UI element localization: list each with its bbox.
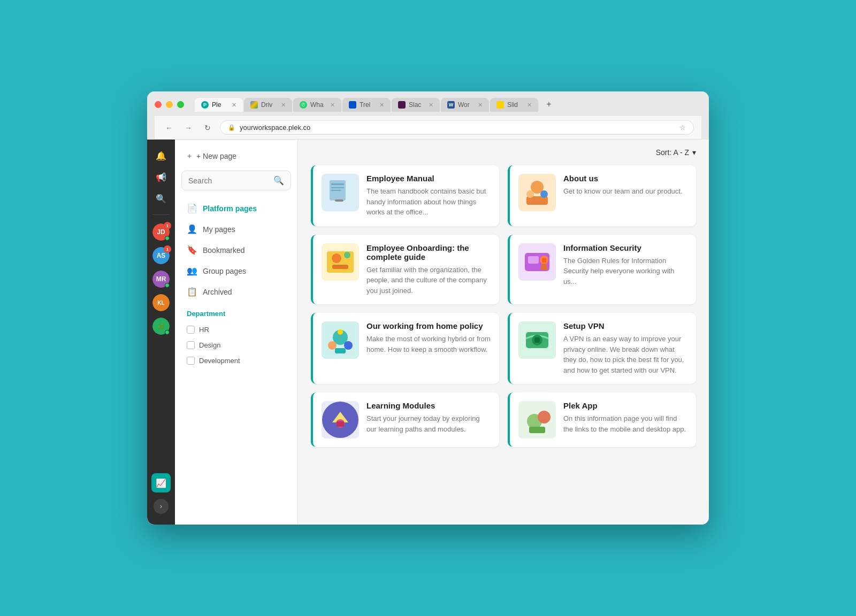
sidebar-icon-announce[interactable]: 📢	[151, 167, 171, 187]
platform-pages-icon: 📄	[187, 203, 197, 213]
card-body: Learning Modules Start your journey toda…	[366, 401, 491, 434]
card-body: About us Get to know our team and our pr…	[563, 174, 687, 197]
tab-label: Ple	[212, 101, 221, 109]
tab-close-icon[interactable]: ✕	[379, 102, 384, 109]
card-thumbnail	[322, 401, 359, 438]
svg-rect-3	[331, 187, 344, 188]
sort-label: Sort: A - Z	[656, 148, 689, 157]
avatar-2[interactable]: AS 1	[152, 247, 170, 264]
tab-slack[interactable]: Slac ✕	[392, 98, 440, 112]
tab-close-icon[interactable]: ✕	[330, 102, 335, 109]
sidebar-collapse-button[interactable]: ›	[154, 499, 169, 514]
tab-close-icon[interactable]: ✕	[527, 102, 532, 109]
tab-close-icon[interactable]: ✕	[232, 102, 236, 109]
avatar-1[interactable]: JD 1	[152, 224, 170, 241]
svg-point-23	[328, 341, 337, 350]
tab-ple[interactable]: P Ple ✕	[195, 98, 243, 112]
nav-item-label: Platform pages	[203, 204, 257, 213]
app-container: 🔔 📢 🔍 JD 1 AS 1 MR	[147, 140, 709, 525]
card-thumbnail	[322, 321, 359, 359]
card-desc: Get familiar with the organization, the …	[366, 265, 491, 296]
avatar-4[interactable]: KL	[152, 294, 170, 311]
card-about-us[interactable]: About us Get to know our team and our pr…	[508, 165, 696, 226]
tab-word[interactable]: W Wor ✕	[441, 98, 489, 112]
card-desc: On this information page you will find t…	[563, 413, 687, 434]
card-learning[interactable]: Learning Modules Start your journey toda…	[311, 392, 499, 447]
svg-rect-14	[332, 265, 348, 269]
back-button[interactable]: ←	[162, 121, 176, 135]
tab-close-icon[interactable]: ✕	[281, 102, 286, 109]
tab-label: Wor	[458, 101, 470, 109]
new-page-label: + New page	[196, 152, 236, 160]
svg-point-36	[538, 411, 551, 424]
sidebar-item-platform-pages[interactable]: 📄 Platform pages	[181, 199, 291, 218]
minimize-button[interactable]	[166, 101, 173, 108]
filter-checkbox-development[interactable]	[187, 357, 195, 365]
left-nav-panel: ＋ + New page 🔍 📄 Platform pages 👤 My pag…	[175, 140, 298, 525]
card-info-security[interactable]: Information Security The Golden Rules fo…	[508, 235, 696, 305]
new-page-button[interactable]: ＋ + New page	[181, 148, 291, 164]
search-box[interactable]: 🔍	[181, 171, 291, 190]
address-bar[interactable]: 🔒 yourworkspace.plek.co ☆	[220, 120, 694, 135]
forward-button[interactable]: →	[181, 121, 195, 135]
svg-rect-25	[335, 348, 346, 353]
sidebar-item-archived[interactable]: 📋 Archived	[181, 282, 291, 301]
tab-label: Wha	[310, 101, 324, 109]
tab-label: Slac	[409, 101, 421, 109]
browser-controls: P Ple ✕ Driv ✕ ✆ Wha ✕	[155, 97, 701, 112]
tab-slides[interactable]: Slid ✕	[490, 98, 538, 112]
my-pages-icon: 👤	[187, 224, 197, 234]
avatar-5[interactable]: 🌿	[152, 318, 170, 335]
card-title: Our working from home policy	[366, 321, 491, 330]
browser-tabs: P Ple ✕ Driv ✕ ✆ Wha ✕	[195, 97, 556, 112]
tab-close-icon[interactable]: ✕	[478, 102, 483, 109]
sidebar-item-my-pages[interactable]: 👤 My pages	[181, 220, 291, 238]
sidebar-item-bookmarked[interactable]: 🔖 Bookmarked	[181, 241, 291, 259]
filter-label-development: Development	[199, 357, 240, 365]
sidebar-icon-search[interactable]: 🔍	[151, 189, 171, 208]
sort-control[interactable]: Sort: A - Z ▾	[656, 148, 696, 157]
new-tab-button[interactable]: +	[541, 97, 556, 112]
archived-icon: 📋	[187, 287, 197, 297]
filter-hr[interactable]: HR	[181, 323, 291, 336]
search-input[interactable]	[188, 176, 269, 185]
tab-drive[interactable]: Driv ✕	[244, 98, 292, 112]
card-title: Plek App	[563, 401, 687, 410]
browser-titlebar: P Ple ✕ Driv ✕ ✆ Wha ✕	[147, 91, 709, 140]
bookmark-icon[interactable]: ☆	[679, 124, 686, 132]
card-plek-app[interactable]: Plek App On this information page you wi…	[508, 392, 696, 447]
department-section-label: Department	[181, 303, 291, 321]
card-onboarding[interactable]: Employee Onboarding: the complete guide …	[311, 235, 499, 305]
filter-development[interactable]: Development	[181, 354, 291, 367]
card-title: Information Security	[563, 243, 687, 252]
card-desc: The Golden Rules for Information Securit…	[563, 256, 687, 287]
svg-point-9	[526, 190, 534, 198]
search-icon: 🔍	[273, 175, 284, 186]
card-body: Setup VPN A VPN is an easy way to improv…	[563, 321, 687, 375]
close-button[interactable]	[155, 101, 162, 108]
tab-whatsapp[interactable]: ✆ Wha ✕	[293, 98, 341, 112]
card-wfh[interactable]: Our working from home policy Make the mo…	[311, 313, 499, 384]
sidebar-icon-analytics[interactable]: 📈	[151, 473, 171, 492]
main-content: Sort: A - Z ▾	[298, 140, 709, 525]
card-body: Plek App On this information page you wi…	[563, 401, 687, 434]
card-vpn[interactable]: Setup VPN A VPN is an easy way to improv…	[508, 313, 696, 384]
nav-item-label: My pages	[203, 225, 235, 234]
maximize-button[interactable]	[177, 101, 184, 108]
tab-trello[interactable]: Trel ✕	[342, 98, 391, 112]
svg-rect-30	[534, 337, 540, 343]
avatar-3[interactable]: MR	[152, 271, 170, 288]
refresh-button[interactable]: ↻	[201, 121, 215, 135]
bookmarked-icon: 🔖	[187, 245, 197, 255]
content-header: Sort: A - Z ▾	[311, 148, 696, 157]
sidebar-icon-bell[interactable]: 🔔	[151, 146, 171, 165]
tab-close-icon[interactable]: ✕	[429, 102, 433, 109]
card-employee-manual[interactable]: Employee Manual The team handbook contai…	[311, 165, 499, 226]
filter-checkbox-design[interactable]	[187, 341, 195, 349]
svg-rect-37	[529, 427, 545, 433]
sidebar-item-group-pages[interactable]: 👥 Group pages	[181, 261, 291, 280]
filter-checkbox-hr[interactable]	[187, 326, 195, 334]
tab-label: Driv	[261, 101, 272, 109]
filter-design[interactable]: Design	[181, 338, 291, 352]
card-body: Employee Onboarding: the complete guide …	[366, 243, 491, 296]
